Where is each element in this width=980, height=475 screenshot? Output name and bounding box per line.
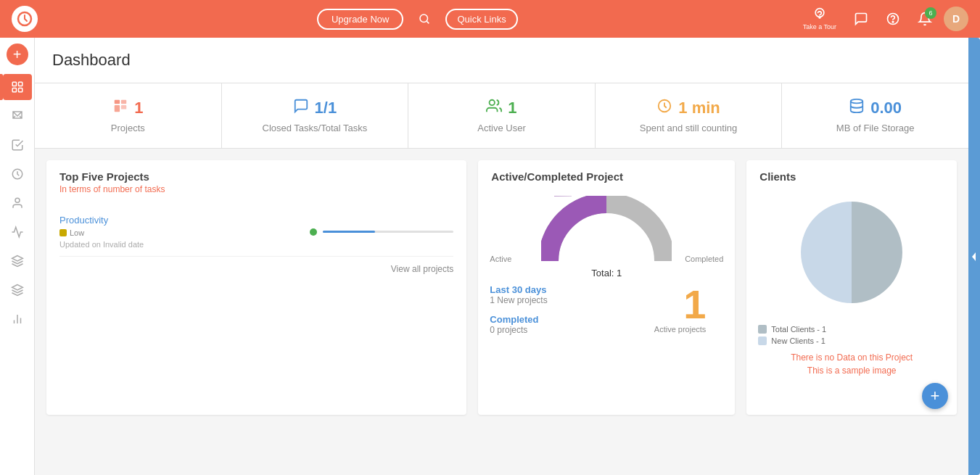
active-completed-header: Active/Completed Project [478,160,735,189]
new-clients-legend-dot [758,336,767,345]
top-navigation: Upgrade Now Quick Links Take a Tour [0,0,980,38]
tasks-label: Closed Tasks/Total Tasks [263,123,368,133]
time-icon [656,98,672,118]
clients-card: Clients Total Cli [746,160,957,415]
stat-tasks: 1/1 Closed Tasks/Total Tasks [222,83,409,148]
stat-projects: 1 Projects [35,83,222,148]
total-clients-legend-label: Total Clients - 1 [771,325,826,334]
sidebar-item-stack[interactable] [3,277,32,303]
app-logo [12,6,38,32]
nav-center: Upgrade Now Quick Links [38,9,797,30]
view-all-link[interactable]: View all projects [59,257,453,274]
main-content: Dashboard 1 Projects [35,38,968,475]
sidebar-item-analytics[interactable] [3,306,32,332]
last30-subtitle: 1 New projects [490,295,547,305]
new-clients-legend-label: New Clients - 1 [771,336,825,345]
completed-label: Completed [685,255,723,263]
stats-row: 1 Projects 1/1 Closed Tasks/Total Tasks [35,83,968,149]
top-five-projects-card: Top Five Projects In terms of number of … [46,160,466,415]
svg-rect-6 [18,82,22,86]
project-progress-fill [323,231,375,233]
projects-card-header: Top Five Projects In terms of number of … [46,160,466,200]
nav-right: Take a Tour 6 D [797,4,968,33]
chat-button[interactable] [848,9,874,29]
fab-add-button[interactable]: + [922,383,948,409]
help-button[interactable] [880,9,906,29]
notifications-button[interactable]: 6 [912,9,938,29]
projects-card-subtitle: In terms of number of tasks [59,184,453,194]
tasks-value: 1/1 [315,99,337,117]
svg-rect-7 [12,88,16,92]
sidebar-item-tasks[interactable] [3,132,32,158]
projects-card-body: Productivity Low Updated on Invalid date [46,200,466,284]
sidebar-item-inbox[interactable] [3,103,32,129]
sidebar-item-dashboard[interactable] [3,74,32,100]
projects-label: Projects [111,123,145,133]
time-value: 1 min [678,99,720,117]
project-progress-bar [323,231,453,233]
svg-rect-15 [121,105,126,110]
clients-card-header: Clients [746,160,957,189]
svg-rect-8 [18,88,22,92]
svg-rect-14 [115,105,120,112]
search-button[interactable] [412,9,437,28]
users-label: Active User [477,123,525,133]
svg-point-4 [892,21,894,22]
no-data-message: There is no Data on this Project This is… [746,345,957,377]
sidebar: + [0,38,35,475]
upgrade-now-button[interactable]: Upgrade Now [317,9,404,30]
project-date: Updated on Invalid date [59,240,301,249]
legend-new-clients: New Clients - 1 [758,336,945,345]
svg-point-16 [490,100,495,105]
donut-chart-container: Active Completed [478,189,735,265]
active-completed-card: Active/Completed Project [478,160,735,415]
stat-time: 1 min Spent and still counting [596,83,783,148]
priority-dot [59,229,67,236]
svg-rect-5 [12,82,16,86]
users-icon [486,98,502,118]
sidebar-item-reports[interactable] [3,219,32,245]
sidebar-item-people[interactable] [3,190,32,216]
project-item: Productivity Low Updated on Invalid date [59,207,453,257]
project-indicator-dot [310,228,317,236]
active-label: Active [490,255,511,263]
quick-links-button[interactable]: Quick Links [445,9,517,30]
storage-label: MB of File Storage [836,123,915,133]
sidebar-add-button[interactable]: + [7,44,28,65]
svg-point-18 [851,99,863,104]
stat-storage: 0.00 MB of File Storage [782,83,968,148]
legend-total-clients: Total Clients - 1 [758,325,945,334]
main-layout: + [0,38,980,475]
projects-card-title: Top Five Projects [59,170,453,183]
completed-section-title: Completed [490,314,547,325]
stat-users: 1 Active User [408,83,596,148]
take-a-tour-button[interactable]: Take a Tour [797,4,842,33]
svg-marker-11 [12,256,22,262]
page-header: Dashboard [35,38,968,83]
user-avatar-button[interactable]: D [944,7,968,31]
time-label: Spent and still counting [640,123,737,133]
active-projects-label: Active projects [654,325,724,334]
total-label: Total: 1 [478,268,735,278]
view-all-projects-link[interactable]: View all projects [391,264,453,274]
pie-legend: Total Clients - 1 New Clients - 1 [746,325,957,345]
svg-rect-13 [121,100,126,104]
project-name[interactable]: Productivity [59,215,301,226]
total-clients-legend-dot [758,325,767,334]
pie-chart-container [746,189,957,316]
last30-title: Last 30 days [490,284,547,295]
dashboard-body: Top Five Projects In terms of number of … [35,149,968,426]
page-title: Dashboard [52,51,951,70]
active-completed-title: Active/Completed Project [491,170,722,183]
clients-title: Clients [759,170,944,183]
svg-point-10 [15,198,20,202]
tasks-icon [293,98,309,118]
completed-section-subtitle: 0 projects [490,325,547,335]
sidebar-item-time[interactable] [3,161,32,187]
storage-value: 0.00 [870,99,902,117]
svg-point-1 [420,15,428,22]
right-panel-collapse[interactable] [968,38,980,475]
tour-label: Take a Tour [803,23,836,30]
projects-icon [112,98,128,118]
sidebar-item-layers[interactable] [3,248,32,274]
